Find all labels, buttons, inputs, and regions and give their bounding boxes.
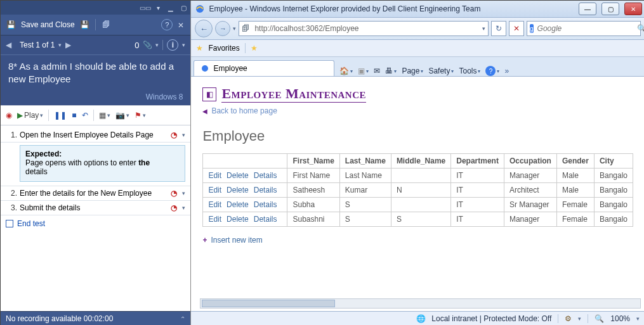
col-header[interactable]: Last_Name	[339, 154, 391, 169]
read-mail-icon[interactable]: ✉	[374, 67, 380, 75]
details-link[interactable]: Details	[254, 200, 277, 209]
tools-menu[interactable]: Tools▾	[459, 67, 480, 75]
step-result-icon[interactable]: ◔	[171, 189, 180, 198]
rss-icon: ▣	[358, 67, 365, 75]
help-menu[interactable]: ?▾	[485, 66, 499, 76]
print-menu[interactable]: 🖶▾	[385, 67, 397, 75]
step-result-icon[interactable]: ◔	[171, 203, 180, 212]
table-row: EditDeleteDetailsFirst NameLast NameITMa…	[203, 169, 633, 183]
col-header[interactable]: Department	[451, 154, 504, 169]
col-header[interactable]: First_Name	[287, 154, 339, 169]
step-result-dropdown-icon[interactable]: ▾	[182, 132, 185, 138]
save-close-button[interactable]: Save and Close	[21, 20, 75, 29]
camera-icon[interactable]: 📷▾	[115, 111, 129, 120]
status-chevron-icon[interactable]: ⌃	[180, 315, 185, 322]
minimize-icon[interactable]: ▁	[166, 3, 175, 12]
insert-new-link[interactable]: + Insert new item	[202, 236, 633, 245]
attachment-icon[interactable]: 📎	[143, 41, 152, 49]
maximize-button[interactable]: ▢	[601, 3, 619, 15]
details-link[interactable]: Details	[254, 186, 277, 194]
pause-icon[interactable]: ❚❚	[54, 111, 67, 120]
minimize-button[interactable]: —	[579, 3, 596, 15]
chevron-down-icon[interactable]: ▾	[154, 3, 162, 12]
back-home-link[interactable]: ◀ Back to home page	[202, 106, 633, 115]
refresh-button[interactable]: ↻	[491, 21, 506, 36]
end-test-link[interactable]: End test	[1, 215, 190, 232]
feeds-menu[interactable]: ▣▾	[358, 67, 369, 75]
bug-flag-icon[interactable]: ⚑▾	[135, 111, 146, 120]
expand-toolbar-icon[interactable]: »	[504, 67, 509, 75]
delete-link[interactable]: Delete	[227, 171, 249, 180]
table-row: EditDeleteDetailsSubashniSSITManagerFema…	[203, 212, 633, 227]
step-result-icon[interactable]: ◔	[171, 131, 180, 139]
step-row[interactable]: 1. Open the Insert Employee Details Page…	[1, 128, 190, 143]
search-box[interactable]: g 🔍 ▾	[527, 21, 641, 36]
safety-menu[interactable]: Safety▾	[428, 67, 454, 75]
attachment-dropdown-icon[interactable]: ▾	[155, 42, 159, 48]
home-menu[interactable]: 🏠▾	[339, 67, 353, 75]
edit-link[interactable]: Edit	[208, 215, 221, 224]
stop-icon[interactable]: ■	[72, 111, 76, 120]
help-icon[interactable]: ?	[161, 19, 173, 30]
history-dropdown-icon[interactable]: ▾	[233, 25, 236, 32]
test-runner-toolbar: 💾 Save and Close 💾 🗐 ? ✕	[1, 15, 190, 35]
expected-title: Expected:	[25, 150, 180, 158]
details-link[interactable]: Details	[254, 215, 277, 224]
search-icon[interactable]: 🔍	[637, 24, 644, 33]
save-close-icon[interactable]: 💾	[6, 20, 16, 30]
edit-link[interactable]: Edit	[208, 200, 221, 209]
info-icon[interactable]: i	[167, 39, 178, 51]
edit-link[interactable]: Edit	[208, 186, 221, 194]
scrollbar-thumb[interactable]	[202, 300, 335, 307]
delete-link[interactable]: Delete	[227, 215, 249, 224]
test-counter[interactable]: Test 1 of 1	[20, 41, 55, 49]
favorites-star-icon[interactable]: ★	[196, 44, 203, 53]
col-header[interactable]: City	[594, 154, 633, 169]
horizontal-scrollbar[interactable]	[200, 298, 641, 309]
edit-link[interactable]: Edit	[208, 171, 221, 180]
protected-mode-icon[interactable]: ⚙	[565, 314, 572, 323]
zoom-level[interactable]: 100%	[610, 314, 630, 323]
delete-link[interactable]: Delete	[227, 186, 249, 194]
create-copy-icon[interactable]: 🗐	[101, 20, 111, 30]
details-link[interactable]: Details	[254, 171, 277, 180]
col-header[interactable]: Middle_Name	[391, 154, 450, 169]
col-header[interactable]: Gender	[556, 154, 594, 169]
save-icon[interactable]: 💾	[80, 20, 90, 30]
search-input[interactable]	[536, 23, 634, 34]
url-input[interactable]	[253, 23, 480, 34]
zoom-dropdown-icon[interactable]: ▾	[636, 315, 640, 322]
url-dropdown-icon[interactable]: ▾	[482, 25, 485, 32]
close-icon[interactable]: ✕	[178, 21, 185, 29]
browser-tab[interactable]: Employee	[194, 60, 334, 76]
zoom-icon[interactable]: 🔍	[595, 314, 604, 323]
test-counter-dropdown-icon[interactable]: ▾	[58, 42, 62, 48]
cell: Bangalo	[594, 183, 633, 198]
maximize-icon[interactable]: ▢	[179, 3, 188, 12]
attachment-count: 0	[135, 41, 139, 50]
address-bar[interactable]: 🗐 ▾	[239, 21, 489, 36]
step-row[interactable]: 3. Submit the details ◔ ▾	[1, 201, 190, 215]
favorites-label[interactable]: Favorites	[208, 44, 239, 53]
step-text: Submit the details	[20, 203, 168, 212]
close-button[interactable]: ✕	[624, 3, 642, 15]
info-dropdown-icon[interactable]: ▾	[182, 42, 185, 48]
step-result-dropdown-icon[interactable]: ▾	[182, 190, 185, 196]
page-menu[interactable]: Page▾	[402, 67, 423, 75]
record-icon[interactable]: ◉	[6, 111, 12, 120]
step-row[interactable]: 2. Enter the details for the New Employe…	[1, 186, 190, 201]
cell: IT	[451, 183, 504, 198]
back-button[interactable]: ←	[195, 20, 213, 37]
col-header[interactable]: Occupation	[504, 154, 556, 169]
undo-icon[interactable]: ↶	[82, 111, 88, 120]
stop-button[interactable]: ✕	[509, 21, 524, 36]
forward-button[interactable]: →	[215, 21, 230, 36]
capture-grid-icon[interactable]: ▦▾	[99, 111, 110, 120]
play-button[interactable]: ▶ Play ▾	[17, 111, 43, 120]
next-test-icon[interactable]: ▶	[65, 41, 76, 49]
add-favorite-icon[interactable]: ★	[251, 44, 258, 53]
dock-icon[interactable]: ▭▭	[141, 3, 150, 12]
delete-link[interactable]: Delete	[227, 200, 249, 209]
prev-test-icon[interactable]: ◀	[6, 41, 16, 49]
step-result-dropdown-icon[interactable]: ▾	[182, 205, 185, 211]
